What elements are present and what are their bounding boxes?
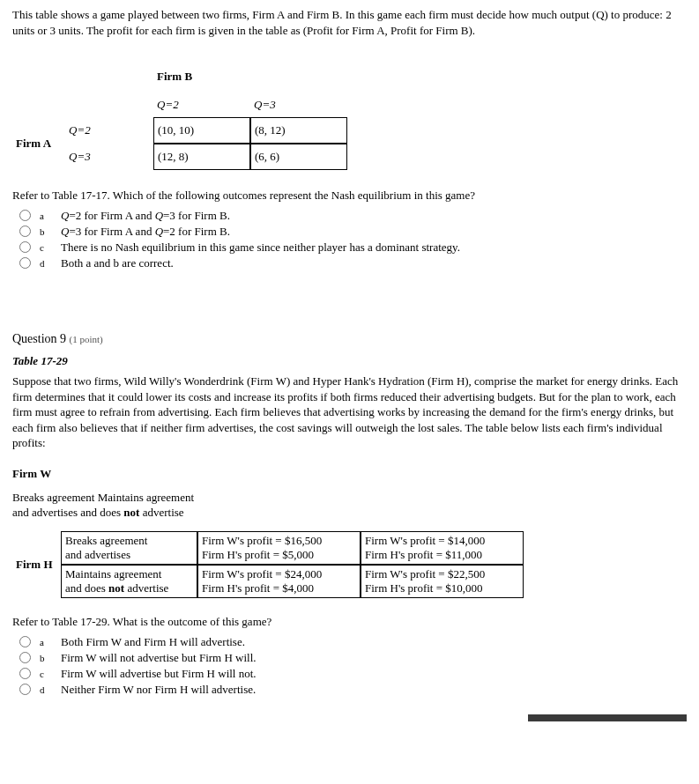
- intro-paragraph: This table shows a game played between t…: [12, 7, 687, 38]
- q9-points: (1 point): [70, 334, 103, 344]
- g2-cell-1-1: Firm W's profit = $22,500 Firm H's profi…: [361, 565, 524, 598]
- q8-text-a: Q=2 for Firm A and Q=3 for Firm B.: [61, 209, 687, 223]
- radio-q8-d[interactable]: [19, 257, 31, 269]
- radio-q9-d[interactable]: [19, 684, 31, 695]
- q8-prompt: Refer to Table 17-17. Which of the follo…: [12, 188, 687, 203]
- q9-options: a Both Firm W and Firm H will advertise.…: [19, 635, 687, 697]
- radio-q8-a[interactable]: [19, 210, 31, 221]
- radio-q8-c[interactable]: [19, 241, 31, 253]
- radio-q9-a[interactable]: [19, 636, 31, 647]
- payoff-matrix-game1: Firm B Q=2 Q=3 Firm A Q=2 (10, 10) (8, 1…: [12, 64, 687, 170]
- q8-text-c: There is no Nash equilibrium in this gam…: [61, 240, 687, 255]
- g2-row0-head: Breaks agreement and advertises: [61, 531, 197, 565]
- q8-option-a[interactable]: a Q=2 for Firm A and Q=3 for Firm B.: [19, 209, 687, 223]
- radio-q9-c[interactable]: [19, 668, 31, 679]
- q9-text-c: Firm W will advertise but Firm H will no…: [61, 667, 687, 681]
- q9-letter-d: d: [40, 684, 61, 695]
- q9-text-b: Firm W will not advertise but Firm H wil…: [61, 651, 687, 665]
- q9-option-b[interactable]: b Firm W will not advertise but Firm H w…: [19, 651, 687, 665]
- g2-cell-1-0: Firm W's profit = $24,000 Firm H's profi…: [197, 565, 361, 598]
- firm-a-label: Firm A: [12, 117, 65, 170]
- q9-option-d[interactable]: d Neither Firm W nor Firm H will adverti…: [19, 683, 687, 697]
- g2-row1-head: Maintains agreement and does not adverti…: [61, 565, 197, 598]
- q9-letter-c: c: [40, 669, 61, 679]
- q9-text-d: Neither Firm W nor Firm H will advertise…: [61, 683, 687, 697]
- firm-w-label: Firm W: [12, 467, 687, 481]
- g2-cell-0-1: Firm W's profit = $14,000 Firm H's profi…: [361, 531, 524, 565]
- q8-option-d[interactable]: d Both a and b are correct.: [19, 256, 687, 270]
- q9-table-title: Table 17-29: [12, 353, 687, 369]
- q9-prompt: Refer to Table 17-29. What is the outcom…: [12, 614, 687, 630]
- row-header-q3: Q=3: [65, 144, 153, 170]
- q9-text-a: Both Firm W and Firm H will advertise.: [61, 635, 687, 649]
- footer-dark-strip: [528, 714, 687, 721]
- radio-q8-b[interactable]: [19, 226, 31, 237]
- firm-w-column-headers: Breaks agreement Maintains agreement and…: [12, 490, 687, 521]
- q9-option-c[interactable]: c Firm W will advertise but Firm H will …: [19, 667, 687, 681]
- firm-h-label: Firm H: [12, 531, 61, 598]
- q9-header: Question 9 (1 point): [12, 332, 687, 346]
- q9-letter-a: a: [40, 637, 61, 647]
- q9-letter-b: b: [40, 653, 61, 663]
- col-header-q2: Q=2: [153, 92, 250, 117]
- col-header-q3: Q=3: [250, 92, 347, 117]
- q8-letter-a: a: [40, 211, 61, 221]
- q8-letter-b: b: [40, 226, 61, 237]
- footer-bar: [12, 713, 687, 721]
- q8-letter-d: d: [40, 258, 61, 269]
- q9-paragraph: Suppose that two firms, Wild Willy's Won…: [12, 374, 687, 451]
- payoff-cell-0-1: (8, 12): [250, 117, 347, 144]
- q8-text-b: Q=3 for Firm A and Q=2 for Firm B.: [61, 225, 687, 239]
- q8-options: a Q=2 for Firm A and Q=3 for Firm B. b Q…: [19, 209, 687, 270]
- q8-text-d: Both a and b are correct.: [61, 256, 687, 270]
- row-header-q2: Q=2: [65, 117, 153, 144]
- payoff-matrix-game2: Firm H Breaks agreement and advertises F…: [12, 531, 687, 598]
- payoff-cell-1-0: (12, 8): [153, 144, 250, 170]
- payoff-cell-0-0: (10, 10): [153, 117, 250, 144]
- g2-cell-0-0: Firm W's profit = $16,500 Firm H's profi…: [197, 531, 361, 565]
- q8-option-c[interactable]: c There is no Nash equilibrium in this g…: [19, 240, 687, 255]
- radio-q9-b[interactable]: [19, 652, 31, 663]
- q8-letter-c: c: [40, 242, 61, 253]
- q8-option-b[interactable]: b Q=3 for Firm A and Q=2 for Firm B.: [19, 225, 687, 239]
- q9-title: Question 9: [12, 332, 66, 345]
- q9-option-a[interactable]: a Both Firm W and Firm H will advertise.: [19, 635, 687, 649]
- firm-b-label: Firm B: [153, 64, 347, 92]
- payoff-cell-1-1: (6, 6): [250, 144, 347, 170]
